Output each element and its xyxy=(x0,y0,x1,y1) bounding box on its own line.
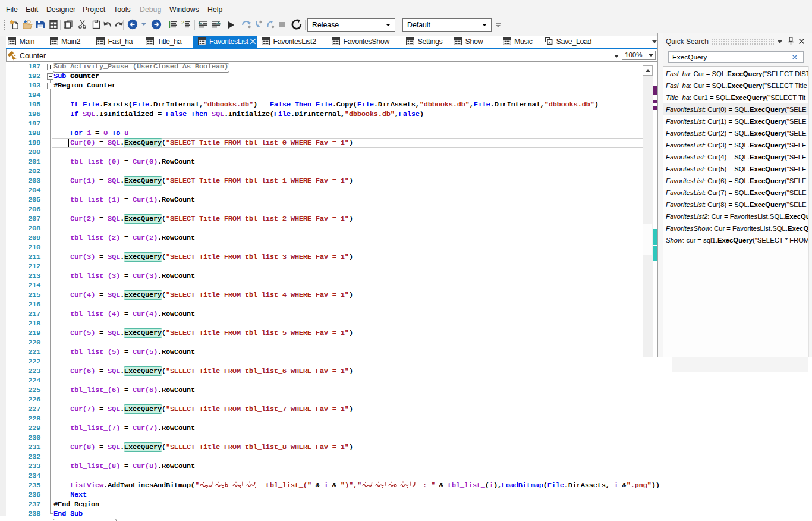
svg-text:2: 2 xyxy=(181,20,184,26)
